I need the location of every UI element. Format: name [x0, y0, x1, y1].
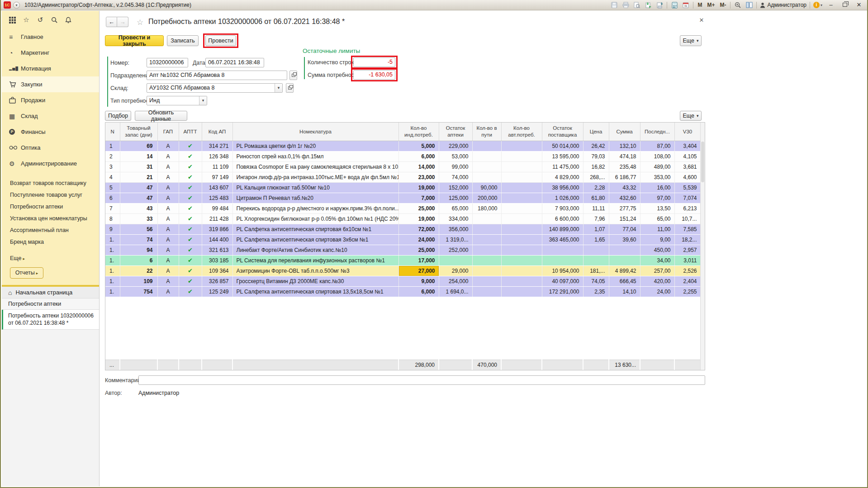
table-cell-stock[interactable]: 43	[120, 203, 157, 213]
table-cell-auto[interactable]	[501, 172, 542, 182]
table-cell-rest[interactable]: 53,000	[439, 151, 472, 161]
table-cell-n[interactable]: 1.	[105, 265, 120, 276]
table-cell-stock[interactable]: 31	[120, 161, 157, 172]
table-cell-sum[interactable]	[609, 245, 640, 255]
back-button[interactable]: ←	[106, 17, 117, 27]
table-cell-gap[interactable]: А	[157, 245, 179, 255]
table-cell-v30[interactable]: 2,255	[674, 286, 701, 297]
table-cell-price[interactable]: 1,65	[583, 234, 609, 245]
scrollbar-thumb[interactable]	[701, 142, 704, 182]
table-cell-code[interactable]: 319 866	[202, 224, 232, 234]
table-cell-aptt[interactable]: ✔	[179, 161, 202, 172]
table-cell-aptt[interactable]: ✔	[179, 245, 202, 255]
table-cell-price[interactable]: 1,07	[583, 224, 609, 234]
post-and-close-button[interactable]: Провести и закрыть	[105, 35, 164, 46]
table-cell-code[interactable]: 143 607	[202, 182, 232, 193]
system-menu-icon[interactable]: ▾	[13, 2, 20, 9]
table-cell-last[interactable]: 353,00	[640, 172, 674, 182]
sidebar-item-Продажи[interactable]: Продажи	[2, 92, 99, 108]
table-cell-rest[interactable]: 125,000	[439, 193, 472, 203]
table-cell-gap[interactable]: А	[157, 151, 179, 161]
table-cell-supplier[interactable]: 13 595,000	[542, 151, 583, 161]
table-cell-name[interactable]: Перекись водорода р-р д/местного и наруж…	[232, 203, 398, 213]
table-row[interactable]: 1.22А✔109 364Азитромицин Форте-OBL таб.п…	[105, 265, 701, 276]
table-cell-name[interactable]: Гроссхертц Витамин Д3 2000МЕ капс.№30	[232, 276, 398, 286]
write-button[interactable]: Записать	[167, 35, 199, 46]
sidebar-item-Закупки[interactable]: Закупки	[2, 76, 99, 92]
column-header-auto[interactable]: Кол-во авт.потреб.	[501, 123, 542, 141]
table-cell-rest[interactable]: 74,000	[439, 172, 472, 182]
table-cell-price[interactable]: 11,11	[583, 203, 609, 213]
table-cell-price[interactable]: 7,96	[583, 213, 609, 224]
table-cell-sum[interactable]: 77,04	[609, 224, 640, 234]
table-cell-last[interactable]: 450,00	[640, 245, 674, 255]
open-tab-current-document[interactable]: Потребность аптеки 10320000006 от 06.07.…	[2, 310, 99, 330]
split-view-icon[interactable]	[745, 1, 753, 9]
table-cell-transit[interactable]	[472, 265, 501, 276]
table-cell-name[interactable]: Линебакт Форте/Актив Синбиотик капс.№10	[232, 245, 398, 255]
table-cell-v30[interactable]: 7,074	[674, 193, 701, 203]
table-cell-sum[interactable]	[609, 255, 640, 265]
table-cell-auto[interactable]	[501, 141, 542, 151]
table-cell-price[interactable]: 2,28	[583, 182, 609, 193]
table-cell-gap[interactable]: А	[157, 286, 179, 297]
sidebar-item-Главное[interactable]: ≡Главное	[2, 29, 99, 45]
table-cell-rest[interactable]: 254,000	[439, 276, 472, 286]
sidebar-link[interactable]: Потребности аптеки	[2, 201, 99, 213]
memory-m-plus-button[interactable]: M+	[706, 2, 716, 8]
notifications-bell-icon[interactable]	[64, 16, 72, 24]
table-cell-rest[interactable]: 229,000	[439, 141, 472, 151]
table-cell-aptt[interactable]: ✔	[179, 213, 202, 224]
table-cell-auto[interactable]	[501, 151, 542, 161]
table-cell-code[interactable]: 314 271	[202, 141, 232, 151]
sidebar-item-Мотивация[interactable]: ▂▅█Мотивация	[2, 61, 99, 76]
table-cell-supplier[interactable]: 172 291,000	[542, 286, 583, 297]
table-cell-transit[interactable]	[472, 234, 501, 245]
column-header-rest[interactable]: Остаток аптеки	[439, 123, 472, 141]
table-cell-sum[interactable]: 43,32	[609, 182, 640, 193]
table-cell-supplier[interactable]: 363 465,000	[542, 234, 583, 245]
table-cell-v30[interactable]: 3,404	[674, 141, 701, 151]
table-cell-auto[interactable]	[501, 286, 542, 297]
print-preview-icon[interactable]	[633, 1, 641, 9]
table-cell-stock[interactable]: 47	[120, 193, 157, 203]
table-cell-qty[interactable]: 25,000	[398, 245, 439, 255]
warehouse-choose-button[interactable]	[286, 83, 294, 93]
apps-grid-icon[interactable]	[8, 16, 16, 24]
load-settings-icon[interactable]	[644, 1, 652, 9]
table-cell-v30[interactable]: 10,7...	[674, 213, 701, 224]
table-cell-qty[interactable]: 6,000	[398, 151, 439, 161]
table-cell-sum[interactable]: 474,18	[609, 151, 640, 161]
table-cell-code[interactable]: 99 484	[202, 203, 232, 213]
sidebar-link[interactable]: Установка цен номенклатуры	[2, 213, 99, 224]
table-cell-sum[interactable]: 39,60	[609, 234, 640, 245]
table-cell-last[interactable]: 16,00	[640, 182, 674, 193]
table-cell-price[interactable]: 16,82	[583, 161, 609, 172]
table-cell-gap[interactable]: А	[157, 141, 179, 151]
table-cell-last[interactable]: 34,00	[640, 255, 674, 265]
memory-m-button[interactable]: M	[697, 2, 703, 8]
table-cell-sum[interactable]: 6 186,77	[609, 172, 640, 182]
table-cell-last[interactable]: 420,00	[640, 276, 674, 286]
sidebar-link[interactable]: Поступление товаров услуг	[2, 189, 99, 201]
sidebar-link[interactable]: Ассортиментный план	[2, 224, 99, 236]
chevron-down-icon[interactable]: ▾	[275, 84, 282, 92]
table-cell-transit[interactable]	[472, 276, 501, 286]
table-cell-qty[interactable]: 72,000	[398, 224, 439, 234]
table-cell-name[interactable]: PL Салфетка антисептическая спиртовая 13…	[232, 286, 398, 297]
table-cell-stock[interactable]: 6	[120, 255, 157, 265]
column-header-supplier[interactable]: Остаток поставщика	[542, 123, 583, 141]
column-header-aptt[interactable]: АПТТ	[179, 123, 202, 141]
close-window-button[interactable]: ✕	[854, 1, 864, 9]
table-cell-n[interactable]: 9	[105, 224, 120, 234]
table-cell-qty[interactable]: 17,000	[398, 255, 439, 265]
table-cell-last[interactable]: 87,00	[640, 141, 674, 151]
table-cell-name[interactable]: Азитромицин Форте-OBL таб.п.п.о.500мг №3	[232, 265, 398, 276]
table-cell-last[interactable]: 97,00	[640, 193, 674, 203]
current-user-button[interactable]: Администратор	[760, 2, 806, 8]
table-cell-qty[interactable]: 19,000	[398, 213, 439, 224]
table-cell-rest[interactable]: 1 319,0...	[439, 234, 472, 245]
print-icon[interactable]	[621, 1, 630, 9]
table-cell-sum[interactable]: 14,10	[609, 286, 640, 297]
table-cell-auto[interactable]	[501, 193, 542, 203]
